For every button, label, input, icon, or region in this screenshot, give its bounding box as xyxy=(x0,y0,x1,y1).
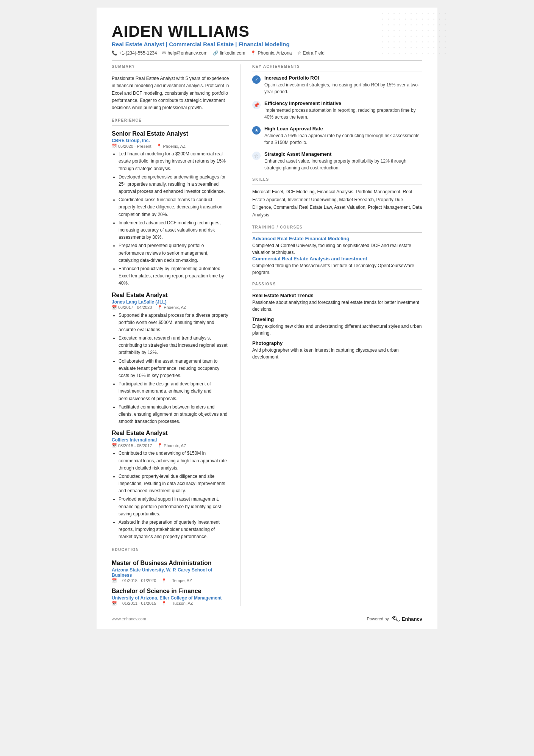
passion-3-desc: Avid photographer with a keen interest i… xyxy=(252,347,422,360)
location-icon-1: 📍 xyxy=(156,144,162,149)
passion-3: Photography Avid photographer with a kee… xyxy=(252,340,422,360)
right-column: KEY ACHIEVEMENTS ✓ Increased Portfolio R… xyxy=(252,64,422,606)
contact-location: 📍 Phoenix, Arizona xyxy=(250,50,292,56)
bullet: Coordinated cross-functional teams to co… xyxy=(119,196,229,218)
passion-2: Traveling Enjoy exploring new cities and… xyxy=(252,316,422,337)
achievement-3: ★ High Loan Approval Rate Achieved a 95%… xyxy=(252,126,422,146)
degree-2: Bachelor of Science in Finance Universit… xyxy=(112,588,229,606)
bullet: Assisted in the preparation of quarterly… xyxy=(119,519,229,541)
skills-text: Microsoft Excel, DCF Modeling, Financial… xyxy=(252,188,422,219)
training-1: Advanced Real Estate Financial Modeling … xyxy=(252,236,422,256)
location-icon: 📍 xyxy=(250,50,256,56)
summary-divider xyxy=(112,72,229,72)
training-2-title: Commercial Real Estate Analysis and Inve… xyxy=(252,256,422,261)
bullet: Developed comprehensive underwriting pac… xyxy=(119,174,229,196)
bullet: Provided analytical support in asset man… xyxy=(119,496,229,518)
degree-1: Master of Business Administration Arizon… xyxy=(112,560,229,583)
job-2-title: Real Estate Analyst xyxy=(112,292,229,299)
footer: www.enhancv.com Powered by Enhancv xyxy=(112,616,422,622)
job-3-meta: 📅 08/2015 - 05/2017 📍 Phoenix, AZ xyxy=(112,443,229,448)
calendar-icon-3: 📅 xyxy=(112,443,117,448)
degree-1-school: Arizona State University, W. P. Carey Sc… xyxy=(112,567,229,578)
achievement-3-title: High Loan Approval Rate xyxy=(264,126,422,131)
calendar-icon-1: 📅 xyxy=(112,144,117,149)
brand-name: Enhancv xyxy=(402,616,422,622)
experience-section-title: EXPERIENCE xyxy=(112,118,229,122)
summary-text: Passionate Real Estate Analyst with 5 ye… xyxy=(112,75,229,111)
training-divider xyxy=(252,232,422,233)
training-2: Commercial Real Estate Analysis and Inve… xyxy=(252,256,422,276)
bullet: Supported the appraisal process for a di… xyxy=(119,312,229,334)
achievements-divider xyxy=(252,72,422,72)
resume-page: AIDEN WILLIAMS Real Estate Analyst | Com… xyxy=(97,8,437,629)
degree-1-meta: 📅 01/2018 - 01/2020 📍 Tempe, AZ xyxy=(112,578,229,583)
education-section-title: EDUCATION xyxy=(112,548,229,552)
degree-2-title: Bachelor of Science in Finance xyxy=(112,588,229,595)
powered-by-text: Powered by xyxy=(367,617,389,621)
job-3-title: Real Estate Analyst xyxy=(112,430,229,437)
header: AIDEN WILLIAMS Real Estate Analyst | Com… xyxy=(112,23,422,56)
job-2: Real Estate Analyst Jones Lang LaSalle (… xyxy=(112,292,229,426)
achievement-4-title: Strategic Asset Management xyxy=(264,151,422,157)
job-3: Real Estate Analyst Colliers Internation… xyxy=(112,430,229,540)
summary-section-title: SUMMARY xyxy=(112,64,229,69)
training-section-title: TRAINING / COURSES xyxy=(252,225,422,229)
achievement-1-desc: Optimized investment strategies, increas… xyxy=(264,81,422,95)
achievement-4-desc: Enhanced asset value, increasing propert… xyxy=(264,158,422,171)
job-3-location: 📍 Phoenix, AZ xyxy=(157,443,186,448)
job-3-dates: 📅 08/2015 - 05/2017 xyxy=(112,443,152,448)
achievement-3-content: High Loan Approval Rate Achieved a 95% l… xyxy=(264,126,422,146)
contact-web: 🔗 linkedin.com xyxy=(213,50,245,56)
degree-2-school: University of Arizona, Eller College of … xyxy=(112,595,229,601)
email-icon: ✉ xyxy=(162,50,166,56)
achievement-3-desc: Achieved a 95% loan approval rate by con… xyxy=(264,132,422,146)
passion-1-title: Real Estate Market Trends xyxy=(252,293,422,298)
edu-calendar-icon-2: 📅 xyxy=(112,601,117,606)
contact-extra: ☆ Extra Field xyxy=(297,50,325,56)
location-icon-2: 📍 xyxy=(157,305,162,310)
edu-location-icon-1: 📍 xyxy=(161,578,167,583)
calendar-icon-2: 📅 xyxy=(112,305,117,310)
job-3-bullets: Contributed to the underwriting of $150M… xyxy=(112,450,229,540)
left-column: SUMMARY Passionate Real Estate Analyst w… xyxy=(112,64,229,606)
achievement-1-content: Increased Portfolio ROI Optimized invest… xyxy=(264,75,422,95)
job-1: Senior Real Estate Analyst CBRE Group, I… xyxy=(112,130,229,287)
achievement-2-desc: Implemented process automation in report… xyxy=(264,107,422,121)
job-1-dates: 📅 05/2020 - Present xyxy=(112,144,151,149)
job-1-bullets: Led financial modeling for a $200M comme… xyxy=(112,150,229,287)
passion-1: Real Estate Market Trends Passionate abo… xyxy=(252,293,422,313)
passion-2-title: Traveling xyxy=(252,316,422,322)
training-1-title: Advanced Real Estate Financial Modeling xyxy=(252,236,422,241)
degree-1-title: Master of Business Administration xyxy=(112,560,229,567)
bullet: Contributed to the underwriting of $150M… xyxy=(119,450,229,472)
bullet: Enhanced productivity by implementing au… xyxy=(119,265,229,287)
degree-2-meta: 📅 01/2011 - 01/2015 📍 Tucson, AZ xyxy=(112,601,229,606)
skills-section-title: SKILLS xyxy=(252,177,422,182)
bullet: Conducted property-level due diligence a… xyxy=(119,473,229,495)
column-divider xyxy=(240,64,241,606)
passions-divider xyxy=(252,289,422,290)
job-3-company: Colliers International xyxy=(112,437,229,443)
job-1-location: 📍 Phoenix, AZ xyxy=(156,144,185,149)
training-2-desc: Completed through the Massachusetts Inst… xyxy=(252,262,422,276)
bullet: Facilitated communication between lender… xyxy=(119,404,229,426)
body-layout: SUMMARY Passionate Real Estate Analyst w… xyxy=(112,64,422,606)
candidate-tagline: Real Estate Analyst | Commercial Real Es… xyxy=(112,41,422,47)
passion-2-desc: Enjoy exploring new cities and understan… xyxy=(252,323,422,337)
achievement-4-content: Strategic Asset Management Enhanced asse… xyxy=(264,151,422,171)
education-divider xyxy=(112,555,229,555)
skills-divider xyxy=(252,185,422,185)
achievement-1: ✓ Increased Portfolio ROI Optimized inve… xyxy=(252,75,422,95)
bullet: Collaborated with the asset management t… xyxy=(119,358,229,380)
experience-divider xyxy=(112,125,229,126)
header-divider xyxy=(112,60,422,61)
candidate-name: AIDEN WILLIAMS xyxy=(112,23,422,40)
enhancv-logo-icon xyxy=(391,616,400,621)
contact-phone: 📞 +1-(234)-555-1234 xyxy=(112,50,157,56)
bullet: Prepared and presented quarterly portfol… xyxy=(119,242,229,264)
achievement-1-title: Increased Portfolio ROI xyxy=(264,75,422,81)
web-icon: 🔗 xyxy=(213,50,219,56)
passion-3-title: Photography xyxy=(252,340,422,346)
job-2-meta: 📅 06/2017 - 04/2020 📍 Phoenix, AZ xyxy=(112,305,229,310)
job-2-bullets: Supported the appraisal process for a di… xyxy=(112,312,229,426)
